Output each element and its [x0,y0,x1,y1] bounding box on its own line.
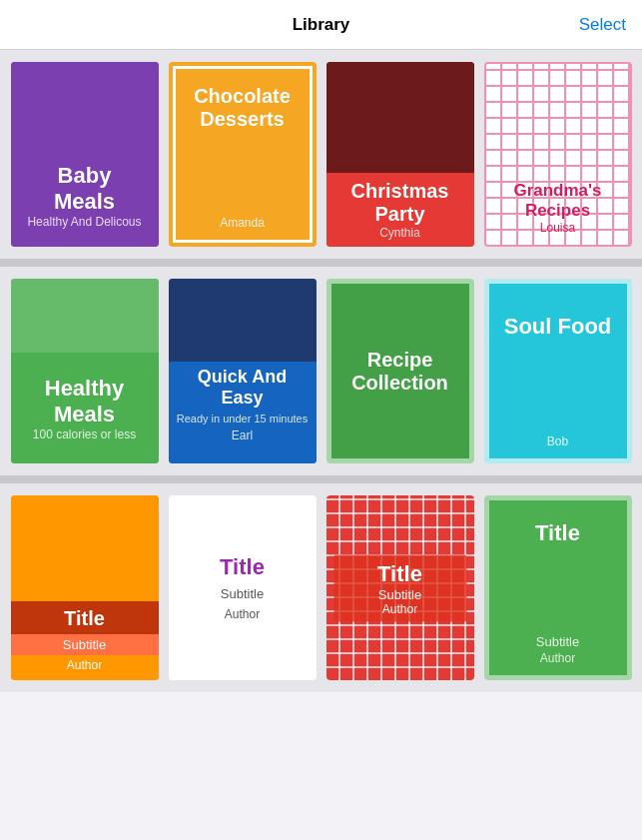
book-title-healthy: Healthy Meals [19,376,151,427]
book-subtitle-tmpl2: Subtitle [221,586,264,601]
book-row-2: Healthy Meals 100 calories or less Quick… [0,267,642,475]
book-title-christmas: Christmas Party [326,180,474,226]
book-row-3: Title Subtitle Author Title Subtitle Aut… [0,483,642,692]
book-healthy-meals[interactable]: Healthy Meals 100 calories or less [11,279,159,463]
book-soul-food[interactable]: Soul Food Bob [484,279,632,463]
book-template-2[interactable]: Title Subtitle Author [169,495,317,680]
book-subtitle-tmpl4: Subtitle [536,634,579,649]
book-title-recipe: Recipe Collection [331,349,469,395]
book-chocolate-desserts[interactable]: Chocolate Desserts Amanda [169,62,317,247]
book-quick-easy[interactable]: Quick And Easy Ready in under 15 minutes… [169,279,317,463]
book-author-tmpl4: Author [540,651,575,665]
header-left-actions [16,16,32,34]
grid-row-3: Title Subtitle Author Title Subtitle Aut… [10,495,632,680]
book-author-tmpl2: Author [225,607,260,621]
row-divider-1 [0,259,642,267]
row-divider-2 [0,475,642,483]
book-template-1[interactable]: Title Subtitle Author [11,495,159,680]
book-title-baby-meals: Baby Meals [19,163,151,215]
book-christmas-party[interactable]: Christmas Party Cynthia [326,62,474,247]
book-author-tmpl3: Author [382,601,417,615]
book-title-grandma: Grandma's Recipes [486,181,630,221]
book-title-soul: Soul Food [504,314,612,340]
book-title-choc: Chocolate Desserts [184,85,302,131]
book-author-christmas: Cynthia [379,226,420,240]
book-subtitle-tmpl1: Subtitle [63,637,106,652]
book-author-soul: Bob [547,434,568,448]
app-header: Library Select [0,0,642,50]
grid-row-1: Baby Meals Healthy And Delicous Chocolat… [10,62,632,247]
page-title: Library [293,15,350,35]
book-subtitle-quick: Ready in under 15 minutes [177,413,308,424]
book-template-3[interactable]: Title Subtitle Author [326,495,474,680]
book-grandmas-recipes[interactable]: Grandma's Recipes Louisa [484,62,632,247]
book-title-quick: Quick And Easy [177,367,309,409]
book-subtitle-healthy: 100 calories or less [33,427,136,441]
book-subtitle-tmpl3: Subtitle [378,586,421,601]
book-author-tmpl1: Author [67,658,102,672]
book-row-1: Baby Meals Healthy And Delicous Chocolat… [0,50,642,259]
book-title-tmpl3: Title [377,560,422,586]
book-author-grandma: Louisa [540,221,575,235]
book-template-4[interactable]: Title Subtitle Author [484,495,632,680]
book-author-quick: Earl [232,428,253,442]
book-title-tmpl1: Title [64,607,105,630]
book-title-tmpl4: Title [535,520,580,546]
select-button[interactable]: Select [579,15,626,35]
book-title-tmpl2: Title [220,554,265,580]
book-subtitle-baby-meals: Healthy And Delicous [27,215,141,239]
book-author-choc: Amanda [220,216,265,230]
book-recipe-collection[interactable]: Recipe Collection [326,279,474,463]
grid-row-2: Healthy Meals 100 calories or less Quick… [10,279,632,463]
book-baby-meals[interactable]: Baby Meals Healthy And Delicous [11,62,159,247]
